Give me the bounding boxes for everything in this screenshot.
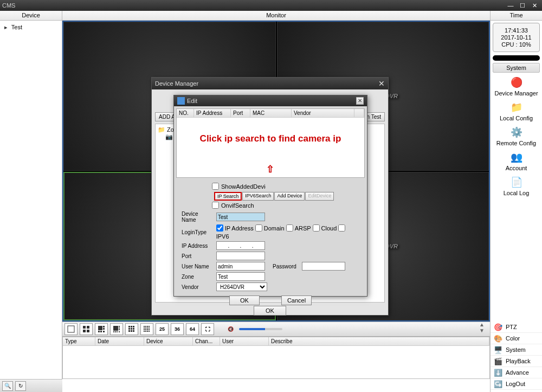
col-mac[interactable]: MAC [250,109,292,117]
svg-rect-25 [128,330,130,332]
svg-rect-4 [87,330,89,332]
layout-1-button[interactable] [64,323,78,335]
palette-icon: 🎨 [494,334,502,343]
device-manager-button[interactable]: 🔴 Device Manager [491,74,542,99]
tree-root-item[interactable]: Test [2,23,60,32]
port-label: Port [182,253,214,259]
onvif-search-checkbox[interactable] [212,202,219,209]
vendor-select[interactable]: H264DVR [216,282,267,291]
edit-titlebar[interactable]: Edit ✕ [174,95,367,106]
logintype-cloud-checkbox[interactable] [313,224,320,232]
devmgr-titlebar[interactable]: Device Manager ✕ [152,78,388,89]
volume-slider[interactable] [239,328,282,330]
edit-ok-button[interactable]: OK [229,295,260,305]
logintype-ipv6-checkbox[interactable] [338,224,345,232]
logintype-ip-checkbox[interactable] [216,224,223,232]
refresh-icon[interactable]: ↻ [15,381,26,391]
col-channel[interactable]: Chan... [193,337,220,345]
app-title: CMS [2,2,15,9]
svg-rect-2 [87,326,89,329]
layout-9-button[interactable] [125,323,138,335]
svg-rect-35 [149,327,150,329]
remote-config-button[interactable]: ⚙️ Remote Config [491,124,542,149]
svg-rect-24 [133,328,134,330]
svg-rect-32 [144,327,145,329]
col-date[interactable]: Date [95,337,144,345]
col-no[interactable]: NO. [177,109,194,117]
devmgr-close-icon[interactable]: ✕ [378,79,385,88]
edit-cancel-button[interactable]: Cancel [281,295,312,305]
svg-rect-5 [98,326,102,330]
svg-rect-16 [115,331,116,332]
show-added-checkbox[interactable] [212,183,219,190]
col-vendor[interactable]: Vendor [292,109,354,117]
svg-rect-43 [149,331,150,332]
logout-button[interactable]: ↪️LogOut [491,378,542,390]
col-describe[interactable]: Describe [269,337,489,345]
vendor-label: Vendor [182,284,214,290]
layout-36-button[interactable]: 36 [171,323,184,335]
local-config-button[interactable]: 📁 Local Config [491,99,542,124]
logintype-arsp-checkbox[interactable] [286,224,293,232]
speaker-mute-icon[interactable]: 🔇 [224,323,237,335]
zone-input[interactable] [216,272,265,281]
minimize-button[interactable]: — [505,2,516,9]
fullscreen-button[interactable]: ⛶ [201,323,214,335]
col-user[interactable]: User [220,337,269,345]
maximize-button[interactable]: ☐ [517,2,528,9]
folder-icon: 📁 [510,101,523,114]
scroll-arrows[interactable]: ▲▼ [479,322,488,333]
svg-rect-33 [145,327,146,329]
svg-rect-19 [128,326,130,327]
password-input[interactable] [302,262,345,271]
side-menu: 🎯PTZ 🎨Color 🖥️System 🎬PlayBack ⬇️Advance… [490,322,542,392]
ip-search-button[interactable]: IP Search [214,192,242,201]
status-cpu: CPU : 10% [496,41,536,48]
layout-6-button[interactable] [95,323,108,335]
col-type[interactable]: Type [63,337,95,345]
username-input[interactable] [216,262,265,271]
layout-25-button[interactable]: 25 [156,323,169,335]
account-button[interactable]: 👥 Account [491,149,542,173]
layout-16-button[interactable] [140,323,153,335]
search-icon[interactable]: 🔍 [2,381,13,391]
col-port[interactable]: Port [231,109,250,117]
svg-rect-42 [147,331,148,332]
add-device-btn[interactable]: Add Device [274,192,305,201]
instruction-annotation: Click ip search to find camera ip [177,133,364,144]
local-log-button[interactable]: 📄 Local Log [491,173,542,198]
svg-rect-8 [98,331,100,332]
svg-rect-7 [103,328,105,330]
ptz-button[interactable]: 🎯PTZ [491,322,542,333]
advance-button[interactable]: ⬇️Advance [491,367,542,378]
color-button[interactable]: 🎨Color [491,333,542,344]
edit-dialog: Edit ✕ NO. IP Address Port MAC Vendor Cl… [173,95,367,297]
layout-4-button[interactable] [80,323,93,335]
layout-8-button[interactable] [110,323,123,335]
edit-device-btn[interactable]: EditDevice [305,192,334,201]
ipv6-search-button[interactable]: IPV6Search [242,192,274,201]
cpu-bar [493,55,540,61]
log-table: Type Date Device Chan... User Describe [62,337,490,379]
port-input[interactable] [216,252,265,260]
password-label: Password [273,264,300,269]
logintype-domain-checkbox[interactable] [255,224,262,232]
svg-rect-15 [113,331,114,332]
playback-button[interactable]: 🎬PlayBack [491,356,542,367]
svg-rect-26 [131,330,132,332]
col-device[interactable]: Device [144,337,193,345]
svg-rect-41 [145,331,146,332]
log-header: Type Date Device Chan... User Describe [63,337,489,346]
col-spacer [354,109,364,117]
layout-64-button[interactable]: 64 [186,323,199,335]
svg-rect-14 [119,329,120,330]
device-name-input[interactable] [216,213,265,221]
col-ip[interactable]: IP Address [194,109,231,117]
system-button[interactable]: 🖥️System [491,344,542,356]
svg-rect-20 [131,326,132,327]
time-panel-header: Time [490,11,542,20]
edit-close-icon[interactable]: ✕ [356,97,364,105]
close-button[interactable]: ✕ [529,2,540,9]
ip-address-input[interactable] [216,241,265,250]
window-titlebar: CMS — ☐ ✕ [0,0,542,11]
